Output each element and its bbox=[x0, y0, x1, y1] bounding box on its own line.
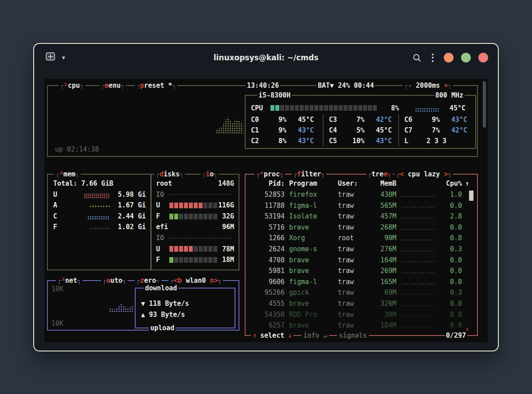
chevron-down-icon[interactable]: ▼ bbox=[62, 55, 65, 61]
proc-header[interactable]: Pid: Program User: MemB Cpu% bbox=[246, 178, 470, 189]
disk-meter bbox=[169, 214, 217, 219]
net-auto-button[interactable]: ┌auto┐ bbox=[101, 275, 128, 286]
cpu-frequency-value: 800 MHz bbox=[435, 91, 463, 99]
minimize-button[interactable] bbox=[444, 53, 454, 62]
scroll-up-indicator[interactable]: ↑ bbox=[465, 178, 469, 189]
mem-row: F1.02 Gi bbox=[53, 222, 146, 233]
meter-segment bbox=[174, 203, 178, 208]
meter-segment bbox=[203, 203, 207, 208]
signals-control[interactable]: signals bbox=[337, 330, 368, 341]
meter-segment bbox=[305, 105, 309, 111]
box-corner: ┐ bbox=[121, 82, 125, 90]
process-row[interactable]: 2624gnome-straw276M0.3 bbox=[246, 244, 470, 255]
process-user: traw bbox=[338, 200, 364, 211]
process-mem: 184M bbox=[368, 320, 396, 331]
terminal-screen[interactable]: ┌¹cpu┐ ┌menu┐ ┌preset *┐ 13:40:26 BAT▼ 2… bbox=[44, 79, 488, 342]
box-corner: ┌ bbox=[396, 170, 400, 178]
device-name: wlan0 bbox=[186, 277, 206, 285]
process-row[interactable]: 5716bravetraw268M0.0 bbox=[246, 222, 470, 233]
process-name: brave bbox=[289, 265, 333, 277]
col-cpu[interactable]: Cpu% bbox=[441, 178, 462, 189]
col-memb[interactable]: MemB bbox=[368, 178, 396, 189]
core-name: C4 bbox=[329, 125, 344, 136]
process-row[interactable]: 5981bravetraw269M0.0 bbox=[246, 265, 470, 277]
core-temp: 43°C bbox=[286, 136, 314, 146]
net-tab-number: ³ bbox=[61, 277, 65, 285]
disks-tab[interactable]: ┌disks┐ bbox=[154, 169, 185, 179]
sort-prev[interactable]: < bbox=[400, 170, 408, 178]
process-cpu: 0.8 bbox=[441, 233, 462, 244]
battery-status: BAT▼ 24% 00:44 bbox=[317, 80, 375, 91]
box-corner: ┌ bbox=[102, 277, 106, 285]
col-user[interactable]: User: bbox=[338, 178, 364, 189]
dots-leader bbox=[401, 195, 436, 198]
disk-name: efi bbox=[156, 222, 168, 233]
search-icon[interactable] bbox=[412, 53, 422, 62]
process-row[interactable]: 9606figma-ltraw165M0.0 bbox=[246, 277, 470, 288]
select-down-icon[interactable]: ↓ bbox=[288, 332, 292, 339]
col-program[interactable]: Program bbox=[289, 178, 333, 189]
meter-segment bbox=[280, 105, 284, 111]
preset-button[interactable]: ┌preset *┐ bbox=[135, 80, 177, 91]
terminal-scrollbar[interactable] bbox=[483, 81, 486, 128]
process-row[interactable]: 54350RDD Protraw39M0.0 bbox=[246, 309, 470, 320]
menu-kebab-icon[interactable] bbox=[429, 52, 436, 64]
box-corner: ┐ bbox=[280, 170, 284, 178]
process-row[interactable]: 11788figma-ltraw565M0.0 bbox=[246, 200, 470, 211]
cpu-total-temp: 45°C bbox=[450, 103, 466, 113]
net-tab[interactable]: ┌³net┐ bbox=[56, 275, 82, 286]
mem-row-label: C bbox=[53, 211, 63, 222]
tree-toggle[interactable]: ┌tree┐ bbox=[366, 169, 393, 179]
io-toggle[interactable]: ┌io┐ bbox=[200, 169, 219, 179]
disk-meter bbox=[169, 257, 217, 263]
proc-tab[interactable]: ┌⁴proc┐ bbox=[254, 169, 285, 179]
device-next[interactable]: n> bbox=[206, 277, 218, 285]
sort-next[interactable]: > bbox=[440, 170, 448, 178]
process-row[interactable]: 52853firefoxtraw430M1.0 bbox=[246, 189, 470, 200]
titlebar[interactable]: ▼ linuxopsys@kali: ~/cmds bbox=[34, 44, 498, 71]
meter-segment bbox=[174, 246, 178, 252]
meter-segment bbox=[270, 105, 274, 111]
meter-segment bbox=[213, 257, 217, 263]
col-pid[interactable]: Pid: bbox=[250, 178, 285, 189]
load-average: 2 3 3 bbox=[426, 136, 446, 146]
proc-tab-label: proc bbox=[264, 170, 280, 178]
mem-row-label: U bbox=[53, 189, 63, 200]
process-row[interactable]: 4708bravetraw164M0.0 bbox=[246, 255, 470, 266]
download-speed: ▼ 118 Byte/s bbox=[141, 298, 189, 309]
mem-tab[interactable]: ┌²mem┐ bbox=[54, 169, 81, 179]
interval-decrease[interactable]: - bbox=[408, 82, 412, 90]
info-control[interactable]: info ↵ bbox=[301, 330, 329, 341]
process-row[interactable]: 1266Xorgroot90M0.8 bbox=[246, 233, 470, 244]
update-interval-control[interactable]: ┌- 2000ms +┐ bbox=[403, 80, 453, 91]
process-row[interactable]: 6257bravetraw184M0.0 bbox=[246, 320, 470, 331]
cpu-tab[interactable]: ┌¹cpu┐ bbox=[59, 80, 85, 91]
process-cpu: 0.3 bbox=[441, 244, 462, 255]
proc-scrollbar-thumb[interactable] bbox=[469, 191, 473, 201]
menu-button[interactable]: ┌menu┐ bbox=[99, 80, 126, 91]
process-user: traw bbox=[338, 265, 364, 277]
meter-segment bbox=[348, 105, 352, 111]
close-button[interactable] bbox=[478, 53, 488, 62]
process-mem: 565M bbox=[368, 200, 396, 211]
meter-segment bbox=[184, 257, 188, 263]
select-control[interactable]: ↑select↓ bbox=[251, 330, 293, 341]
sort-control[interactable]: ┌< cpu lazy >┐ bbox=[395, 169, 453, 179]
filter-button[interactable]: ┌filter┐ bbox=[292, 169, 326, 179]
meter-segment bbox=[368, 105, 372, 111]
box-corner: ┌ bbox=[60, 82, 64, 90]
auto-hotkey: a bbox=[106, 277, 110, 285]
process-row[interactable]: 4555bravetraw326M0.0 bbox=[246, 298, 470, 309]
core-name: L bbox=[404, 136, 419, 146]
meter-segment bbox=[314, 105, 318, 111]
select-up-icon[interactable]: ↑ bbox=[253, 332, 257, 339]
meter-segment bbox=[199, 246, 203, 252]
new-terminal-button[interactable] bbox=[46, 52, 56, 63]
proc-tab-number: ⁴ bbox=[260, 170, 264, 178]
maximize-button[interactable] bbox=[461, 53, 471, 62]
process-row[interactable]: 53194Isolatetraw457M2.8 bbox=[246, 211, 470, 222]
process-row[interactable]: 95266gpicktraw69M0.3 bbox=[246, 287, 470, 298]
core-pct: 9% bbox=[266, 114, 286, 125]
interval-increase[interactable]: + bbox=[444, 82, 448, 90]
process-pid: 5716 bbox=[250, 222, 285, 233]
